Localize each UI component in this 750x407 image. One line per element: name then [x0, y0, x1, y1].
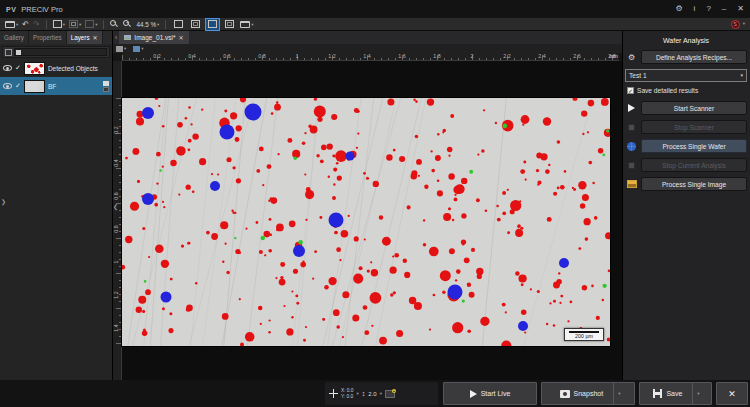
tab-properties[interactable]: Properties — [29, 31, 67, 44]
document-tab-close-icon[interactable]: ✕ — [179, 34, 184, 41]
specimen-image[interactable]: 200 µm — [122, 98, 610, 346]
ruler-unit: mm — [609, 53, 618, 59]
ruler-tick — [500, 58, 501, 60]
undo-button[interactable]: ↶ — [22, 18, 29, 31]
ruler-tick — [388, 58, 389, 60]
ruler-tick — [605, 58, 606, 60]
gallery-flyout-handle[interactable]: ❯ — [1, 198, 6, 205]
start-scanner-button[interactable]: Start Scanner — [641, 101, 747, 115]
zoom-in-button[interactable]: + — [123, 18, 132, 31]
main-toolbar: ▾ ↶ ↷ ▾ ▾ ▾ - + 44.5 %▾ ▾ S ▾ — [0, 18, 750, 31]
layer-row-detected-objects[interactable]: ✓ Detected Objects — [0, 59, 112, 77]
close-live-button[interactable]: ✕ — [716, 382, 748, 405]
ruler-tick — [290, 58, 291, 60]
zoom-out-button[interactable]: - — [110, 18, 119, 31]
ruler-tick — [119, 245, 121, 246]
tab-gallery[interactable]: Gallery — [0, 31, 29, 44]
ruler-tick — [598, 58, 599, 60]
minimize-button[interactable]: – — [722, 0, 726, 18]
ruler-tick — [451, 58, 452, 60]
info-icon[interactable]: i — [694, 0, 696, 18]
define-analysis-recipes-button[interactable]: Define Analysis Recipes... — [641, 50, 747, 64]
user-account-icon[interactable]: S — [731, 20, 740, 29]
ruler-label: 0.2 — [113, 123, 119, 137]
redo-button[interactable]: ↷ — [33, 18, 40, 31]
zoom-level-dropdown[interactable]: 44.5 %▾ — [136, 18, 159, 31]
recipe-select[interactable]: Test 1 ▾ — [625, 69, 747, 82]
select-tool-button[interactable]: ▾ — [53, 18, 65, 31]
window-layout-button[interactable]: ▾ — [240, 18, 253, 31]
ruler-tick — [423, 58, 424, 60]
ruler-tick — [119, 322, 121, 323]
checkbox-label: Save detailed results — [637, 87, 698, 94]
view-actual-size-button[interactable] — [172, 19, 185, 30]
left-panel: Gallery Properties Layers✕ ✓ Detected Ob… — [0, 31, 113, 380]
layer-grid-icon[interactable] — [5, 49, 12, 56]
ruler-tick — [119, 182, 121, 183]
ruler-tick — [325, 58, 326, 60]
open-file-button[interactable]: ▾ — [5, 18, 18, 31]
ruler-tick — [119, 287, 121, 288]
stage-settings-icon[interactable]: + — [385, 390, 395, 398]
ruler-tick — [116, 343, 121, 344]
view-fit-width-button[interactable] — [189, 19, 202, 30]
close-icon: ✕ — [728, 389, 736, 399]
z-axis-chevron-icon[interactable]: ▾ — [380, 387, 382, 400]
settings-icon[interactable]: ⚙ — [675, 0, 682, 18]
help-icon[interactable]: ? — [706, 0, 710, 18]
copy-tool-button[interactable]: ▾ — [69, 18, 81, 31]
actual-size-icon — [174, 20, 183, 28]
tab-close-icon[interactable]: ✕ — [93, 34, 98, 41]
layer-checkbox[interactable]: ✓ — [15, 82, 21, 90]
ruler-tick — [556, 58, 557, 60]
view-fullscreen-button[interactable] — [223, 19, 236, 30]
document-tab[interactable]: Image_01.vsi* ✕ — [119, 31, 188, 44]
scale-bar[interactable]: 200 µm — [564, 328, 604, 341]
zoom-level-value: 44.5 % — [136, 21, 156, 28]
layer-checkbox[interactable]: ✓ — [15, 64, 21, 72]
snapshot-button[interactable]: Snapshot ▾ — [541, 382, 635, 405]
left-panel-tabs: Gallery Properties Layers✕ — [0, 31, 112, 44]
ruler-tick — [535, 58, 536, 60]
layer-row-bf[interactable]: ✓ BF — [0, 77, 112, 95]
ruler-tick — [119, 175, 121, 176]
layer-visibility-eye-icon[interactable] — [3, 65, 12, 71]
view-fit-screen-button[interactable] — [206, 19, 219, 30]
tab-scroll-left-icon[interactable]: ‹ — [115, 34, 117, 41]
bottom-bar: X: 0.0 Y: 0.0 ▾ ↕ 2.0 ▾ + Start Live Sna… — [0, 380, 750, 407]
tab-layers[interactable]: Layers✕ — [67, 31, 103, 44]
ruler-tick — [430, 58, 431, 60]
stop-scanner-button[interactable]: Stop Scanner — [641, 120, 747, 134]
layer-filter-box[interactable] — [14, 48, 107, 56]
left-panel-collapse-handle[interactable]: ❮ — [113, 203, 118, 210]
toolbar-separator — [103, 20, 104, 29]
process-single-image-button[interactable]: Process Single Image — [641, 177, 747, 191]
layer-option-icon[interactable] — [103, 87, 109, 92]
transform-tool-button[interactable]: ▾ — [85, 18, 97, 31]
checkbox-checked-icon[interactable]: ✓ — [627, 87, 634, 94]
ruler-tick — [339, 58, 340, 60]
ruler-tick — [220, 58, 221, 60]
ruler-tick — [234, 58, 235, 60]
ruler-tick — [136, 58, 137, 60]
ruler-tick — [119, 252, 121, 253]
ruler-tick — [549, 58, 550, 60]
layer-visibility-eye-icon[interactable] — [3, 83, 12, 89]
save-menu-chevron-icon[interactable]: ▾ — [692, 383, 703, 404]
layer-filter-icon — [16, 50, 21, 55]
ruler-label: 1.6 — [398, 53, 405, 59]
ruler-tick — [514, 58, 515, 60]
snapshot-menu-chevron-icon[interactable]: ▾ — [613, 383, 624, 404]
stop-current-analysis-button[interactable]: Stop Current Analysis — [641, 158, 747, 172]
start-live-button[interactable]: Start Live — [443, 382, 537, 405]
ruler-tick — [185, 58, 186, 60]
ruler-tick — [116, 238, 121, 239]
image-canvas[interactable]: 0.20.40.60.811.21.4 200 µm — [113, 61, 622, 380]
stage-move-icon[interactable] — [329, 389, 338, 398]
process-single-wafer-button[interactable]: Process Single Wafer — [641, 139, 747, 153]
ruler-tick — [591, 58, 592, 60]
save-button[interactable]: Save ▾ — [639, 382, 712, 405]
layer-lock-icon[interactable] — [103, 81, 109, 86]
save-detailed-results-checkbox[interactable]: ✓ Save detailed results — [627, 87, 747, 94]
stage-xy-chevron-icon[interactable]: ▾ — [357, 387, 359, 400]
